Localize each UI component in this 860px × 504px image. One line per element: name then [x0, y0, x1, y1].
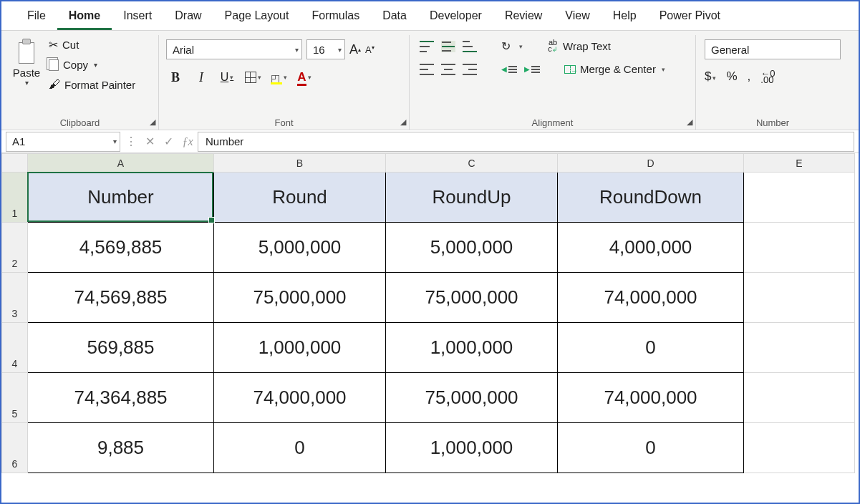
percent-format-button[interactable]: % [726, 69, 737, 84]
dialog-launcher-icon[interactable]: ◢ [687, 117, 692, 127]
font-size-select[interactable]: 16▾ [306, 39, 345, 59]
cell-D2[interactable]: 4,000,000 [558, 223, 744, 273]
tab-view[interactable]: View [554, 2, 601, 30]
cell-D6[interactable]: 0 [558, 423, 744, 473]
cell-E3[interactable] [744, 273, 855, 323]
tab-draw[interactable]: Draw [163, 2, 213, 30]
cell-A2[interactable]: 4,569,885 [28, 223, 214, 273]
name-box[interactable]: A1▾ [6, 132, 120, 152]
cell-E5[interactable] [744, 373, 855, 423]
chevron-down-icon[interactable]: ▾ [25, 79, 29, 87]
col-header-A[interactable]: A [28, 154, 214, 173]
tab-developer[interactable]: Developer [418, 2, 493, 30]
cell-E1[interactable] [744, 173, 855, 223]
increase-decimal-button[interactable]: ←0.00 [760, 70, 775, 83]
formula-input[interactable]: Number [198, 132, 854, 152]
insert-function-button[interactable]: ƒx [178, 135, 198, 148]
align-top-button[interactable] [420, 41, 434, 52]
chevron-down-icon[interactable]: ▾ [94, 61, 97, 69]
increase-indent-button[interactable] [524, 65, 540, 73]
col-header-D[interactable]: D [558, 154, 744, 173]
row-header-5[interactable]: 5 [2, 373, 28, 423]
align-right-button[interactable] [463, 64, 477, 75]
tab-file[interactable]: File [16, 2, 57, 30]
chevron-down-icon[interactable]: ▾ [519, 43, 523, 50]
dialog-launcher-icon[interactable]: ◢ [150, 117, 155, 127]
dialog-launcher-icon[interactable]: ◢ [400, 117, 406, 127]
cell-E6[interactable] [744, 423, 855, 473]
dots-icon[interactable]: ⋮ [122, 135, 140, 148]
cell-E4[interactable] [744, 323, 855, 373]
tab-data[interactable]: Data [371, 2, 418, 30]
cell-D5[interactable]: 74,000,000 [558, 373, 744, 423]
number-format-value: General [711, 44, 749, 56]
tab-page-layout[interactable]: Page Layout [213, 2, 301, 30]
decrease-font-icon[interactable]: A▾ [365, 44, 375, 55]
accept-formula-button[interactable]: ✓ [159, 135, 178, 148]
row-header-4[interactable]: 4 [2, 323, 28, 373]
cell-B3[interactable]: 75,000,000 [214, 273, 386, 323]
cell-C2[interactable]: 5,000,000 [386, 223, 558, 273]
tab-formulas[interactable]: Formulas [300, 2, 371, 30]
chevron-down-icon: ▾ [291, 46, 299, 54]
cell-B2[interactable]: 5,000,000 [214, 223, 386, 273]
cancel-formula-button[interactable]: ✕ [140, 135, 159, 148]
cell-A6[interactable]: 9,885 [28, 423, 214, 473]
cut-button[interactable]: Cut [49, 38, 135, 52]
comma-format-button[interactable]: , [748, 69, 751, 84]
format-painter-button[interactable]: Format Painter [49, 78, 135, 91]
row-header-3[interactable]: 3 [2, 273, 28, 323]
merge-center-button[interactable]: → Merge & Center ▾ [564, 63, 665, 75]
cell-D3[interactable]: 74,000,000 [558, 273, 744, 323]
paste-button[interactable]: Paste ▾ [9, 35, 44, 87]
underline-button[interactable]: U▾ [218, 68, 236, 87]
decrease-indent-button[interactable] [501, 65, 517, 73]
cell-B6[interactable]: 0 [214, 423, 386, 473]
align-bottom-button[interactable] [463, 41, 477, 52]
select-all-corner[interactable] [2, 154, 28, 173]
wrap-text-button[interactable]: abc↲ Wrap Text [547, 39, 611, 53]
cell-D1[interactable]: RoundDown [558, 173, 744, 223]
cell-A3[interactable]: 74,569,885 [28, 273, 214, 323]
col-header-C[interactable]: C [386, 154, 558, 173]
font-color-button[interactable]: A▾ [295, 68, 314, 87]
cell-D4[interactable]: 0 [558, 323, 744, 373]
cell-C6[interactable]: 1,000,000 [386, 423, 558, 473]
cell-C5[interactable]: 75,000,000 [386, 373, 558, 423]
row-header-6[interactable]: 6 [2, 423, 28, 473]
font-name-select[interactable]: Arial▾ [166, 39, 302, 59]
col-header-B[interactable]: B [214, 154, 386, 173]
align-middle-button[interactable] [441, 41, 455, 52]
cell-B1[interactable]: Round [214, 173, 386, 223]
cell-B4[interactable]: 1,000,000 [214, 323, 386, 373]
cell-B5[interactable]: 74,000,000 [214, 373, 386, 423]
cell-A4[interactable]: 569,885 [28, 323, 214, 373]
group-alignment: ▾ abc↲ Wrap Text → Merge & Center ▾ [410, 35, 696, 130]
grid[interactable]: A B C D E 1 Number Round RoundUp RoundDo… [1, 153, 855, 473]
tab-help[interactable]: Help [601, 2, 648, 30]
row-header-2[interactable]: 2 [2, 223, 28, 273]
cell-E2[interactable] [744, 223, 855, 273]
cell-C3[interactable]: 75,000,000 [386, 273, 558, 323]
tab-insert[interactable]: Insert [112, 2, 163, 30]
cell-C4[interactable]: 1,000,000 [386, 323, 558, 373]
tab-review[interactable]: Review [493, 2, 554, 30]
align-left-button[interactable] [420, 64, 434, 75]
tab-power-pivot[interactable]: Power Pivot [648, 2, 732, 30]
number-format-select[interactable]: General [705, 39, 841, 59]
orientation-button[interactable] [501, 39, 511, 53]
cell-A5[interactable]: 74,364,885 [28, 373, 214, 423]
copy-button[interactable]: Copy ▾ [49, 59, 135, 71]
col-header-E[interactable]: E [744, 154, 855, 173]
align-center-button[interactable] [441, 64, 455, 75]
italic-button[interactable]: I [192, 68, 211, 87]
borders-button[interactable]: ▾ [243, 68, 262, 87]
cell-A1[interactable]: Number [28, 173, 214, 223]
fill-color-button[interactable]: ▾ [269, 68, 288, 87]
row-header-1[interactable]: 1 [2, 173, 28, 223]
bold-button[interactable]: B [166, 68, 185, 87]
increase-font-icon[interactable]: A▴ [349, 42, 361, 57]
cell-C1[interactable]: RoundUp [386, 173, 558, 223]
tab-home[interactable]: Home [57, 2, 112, 30]
accounting-format-button[interactable]: $▾ [705, 69, 716, 84]
